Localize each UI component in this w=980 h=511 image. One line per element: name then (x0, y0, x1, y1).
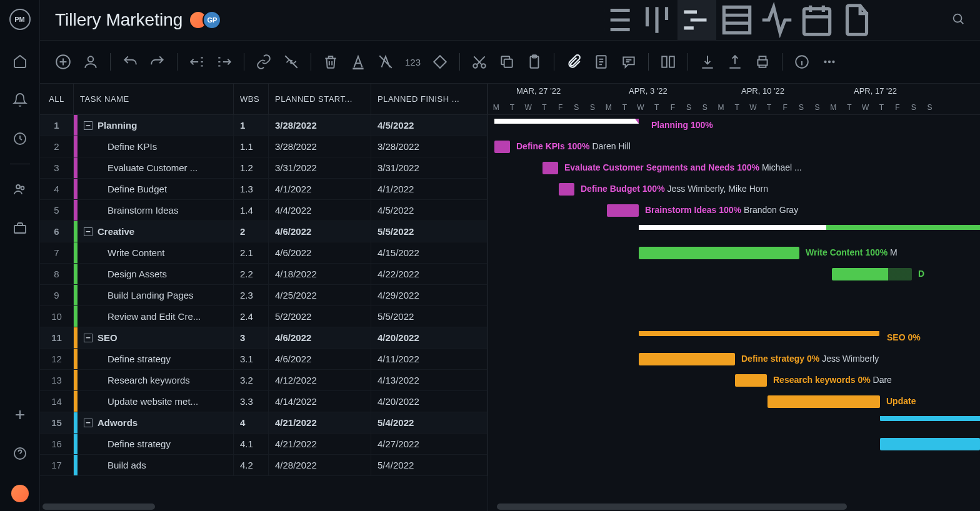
font-icon[interactable] (350, 54, 366, 70)
project-members[interactable]: GP (194, 11, 221, 29)
task-name[interactable]: −Adwords (78, 412, 234, 433)
task-name[interactable]: Write Content (78, 242, 234, 263)
gantt-row[interactable]: Define Budget 100% Jess Wimberly, Mike H… (488, 179, 980, 200)
task-start[interactable]: 4/25/2022 (269, 285, 371, 305)
task-name[interactable]: Evaluate Customer ... (78, 157, 234, 178)
task-row[interactable]: 16Define strategy4.14/21/20224/27/2022 (40, 434, 488, 455)
task-name[interactable]: Brainstorm Ideas (78, 200, 234, 221)
info-icon[interactable] (794, 54, 810, 70)
add-task-icon[interactable] (55, 54, 71, 70)
view-board-icon[interactable] (638, 0, 676, 40)
task-start[interactable]: 4/21/2022 (269, 434, 371, 454)
task-name[interactable]: Define strategy (78, 434, 234, 454)
paste-icon[interactable] (526, 54, 542, 70)
view-calendar-icon[interactable] (798, 0, 836, 40)
task-name[interactable]: Design Assets (78, 264, 234, 284)
task-row[interactable]: 15−Adwords44/21/20225/4/2022 (40, 412, 488, 434)
task-name[interactable]: −SEO (78, 327, 234, 348)
task-name[interactable]: Build Landing Pages (78, 285, 234, 305)
task-finish[interactable]: 4/13/2022 (371, 370, 488, 390)
task-row[interactable]: 17Build ads4.24/28/20225/4/2022 (40, 455, 488, 476)
task-row[interactable]: 12Define strategy3.14/6/20224/11/2022 (40, 349, 488, 370)
task-start[interactable]: 4/18/2022 (269, 264, 371, 284)
task-start[interactable]: 3/31/2022 (269, 157, 371, 178)
copy-icon[interactable] (499, 54, 515, 70)
print-icon[interactable] (754, 54, 771, 70)
view-list-icon[interactable] (598, 0, 636, 40)
redo-icon[interactable] (149, 54, 166, 70)
task-row[interactable]: 14Update website met...3.34/14/20224/20/… (40, 391, 488, 412)
columns-icon[interactable] (660, 54, 676, 70)
task-start[interactable]: 4/12/2022 (269, 370, 371, 390)
task-start[interactable]: 4/28/2022 (269, 455, 371, 475)
col-start[interactable]: PLANNED START... (269, 84, 371, 114)
horizontal-scrollbar[interactable] (42, 504, 155, 510)
task-row[interactable]: 3Evaluate Customer ...1.23/31/20223/31/2… (40, 157, 488, 179)
task-row[interactable]: 7Write Content2.14/6/20224/15/2022 (40, 242, 488, 264)
task-row[interactable]: 4Define Budget1.34/1/20224/1/2022 (40, 179, 488, 200)
task-finish[interactable]: 4/27/2022 (371, 434, 488, 454)
summary-bar[interactable] (639, 331, 879, 336)
task-start[interactable]: 4/1/2022 (269, 179, 371, 199)
assign-icon[interactable] (82, 54, 99, 70)
cut-icon[interactable] (471, 54, 488, 70)
delete-icon[interactable] (322, 54, 339, 70)
user-avatar[interactable] (11, 485, 29, 502)
task-bar[interactable] (880, 438, 980, 450)
task-finish[interactable]: 4/20/2022 (371, 327, 488, 348)
task-row[interactable]: 13Research keywords3.24/12/20224/13/2022 (40, 370, 488, 391)
task-bar[interactable] (542, 162, 558, 174)
link-icon[interactable] (256, 54, 272, 70)
attachment-icon[interactable] (566, 54, 582, 70)
task-start[interactable]: 3/28/2022 (269, 136, 371, 157)
task-finish[interactable]: 4/15/2022 (371, 242, 488, 263)
milestone-icon[interactable] (432, 54, 448, 70)
view-sheet-icon[interactable] (718, 0, 756, 40)
gantt-row[interactable] (488, 306, 980, 327)
notes-icon[interactable] (593, 54, 609, 70)
clear-format-icon[interactable] (378, 54, 394, 70)
import-icon[interactable] (699, 54, 716, 70)
task-name[interactable]: Review and Edit Cre... (78, 306, 234, 327)
more-icon[interactable] (821, 54, 838, 70)
bell-icon[interactable] (12, 92, 28, 107)
export-icon[interactable] (727, 54, 743, 70)
task-name[interactable]: −Planning (78, 115, 234, 136)
gantt-row[interactable]: D (488, 264, 980, 285)
task-row[interactable]: 5Brainstorm Ideas1.44/4/20224/5/2022 (40, 200, 488, 221)
gantt-row[interactable] (488, 455, 980, 476)
task-start[interactable]: 4/6/2022 (269, 327, 371, 348)
gantt-row[interactable] (488, 434, 980, 455)
task-finish[interactable]: 4/11/2022 (371, 349, 488, 369)
gantt-row[interactable]: Write Content 100% M (488, 242, 980, 264)
task-row[interactable]: 11−SEO34/6/20224/20/2022 (40, 327, 488, 349)
task-row[interactable]: 6−Creative24/6/20225/5/2022 (40, 221, 488, 242)
task-start[interactable]: 3/28/2022 (269, 115, 371, 136)
comment-icon[interactable] (621, 54, 637, 70)
numbering-icon[interactable]: 123 (405, 57, 421, 67)
task-start[interactable]: 4/6/2022 (269, 349, 371, 369)
task-bar[interactable] (832, 268, 912, 280)
gantt-row[interactable]: Evaluate Customer Segments and Needs 100… (488, 157, 980, 179)
task-start[interactable]: 4/14/2022 (269, 391, 371, 412)
view-gantt-icon[interactable] (678, 0, 716, 40)
home-icon[interactable] (12, 54, 28, 69)
task-finish[interactable]: 4/5/2022 (371, 200, 488, 221)
task-bar[interactable] (768, 395, 880, 408)
view-activity-icon[interactable] (758, 0, 796, 40)
task-finish[interactable]: 4/29/2022 (371, 285, 488, 305)
gantt-row[interactable]: Brainstorm Ideas 100% Brandon Gray (488, 200, 980, 221)
task-finish[interactable]: 5/4/2022 (371, 455, 488, 475)
task-bar[interactable] (639, 353, 735, 365)
task-finish[interactable]: 3/28/2022 (371, 136, 488, 157)
task-name[interactable]: Update website met... (78, 391, 234, 412)
app-logo[interactable]: PM (9, 9, 31, 30)
task-name[interactable]: Build ads (78, 455, 234, 475)
task-row[interactable]: 8Design Assets2.24/18/20224/22/2022 (40, 264, 488, 285)
gantt-row[interactable] (488, 285, 980, 306)
summary-bar[interactable] (880, 416, 980, 421)
task-row[interactable]: 1−Planning13/28/20224/5/2022 (40, 115, 488, 136)
task-row[interactable]: 9Build Landing Pages2.34/25/20224/29/202… (40, 285, 488, 306)
avatar[interactable]: GP (202, 11, 221, 29)
task-name[interactable]: Define KPIs (78, 136, 234, 157)
